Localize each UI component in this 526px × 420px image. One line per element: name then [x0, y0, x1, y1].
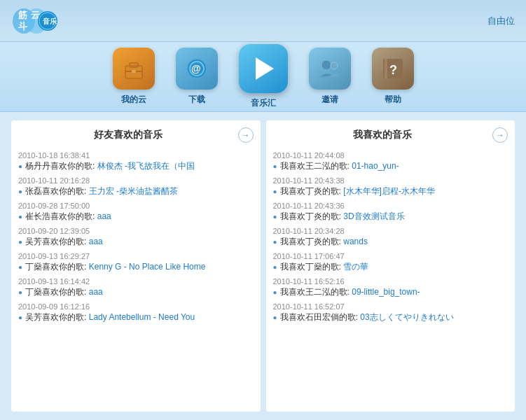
svg-text:筋: 筋	[18, 10, 27, 20]
feed-time: 2010-10-11 20:44:08	[273, 151, 508, 160]
logo-svg: 筋 斗 云 音乐	[11, 6, 123, 36]
nav-label-my-cloud: 我的云	[121, 94, 146, 106]
nav-label-invite: 邀请	[321, 94, 338, 106]
feed-link[interactable]: 09-little_big_town-	[352, 287, 420, 297]
list-item: 2010-10-11 16:52:16 我喜欢王二泓的歌: 09-little_…	[273, 277, 508, 298]
svg-text:?: ?	[389, 63, 397, 77]
feed-link[interactable]: aaa	[97, 211, 111, 221]
svg-point-16	[321, 60, 331, 70]
svg-text:@: @	[191, 63, 201, 74]
feed-time: 2010-10-11 20:16:28	[18, 176, 254, 185]
list-item: 2010-10-11 16:52:07 我喜欢石田宏倘的歌: 03志しくてやりき…	[273, 302, 508, 323]
feed-text: 吴芳喜欢你的歌: aaa	[18, 236, 254, 248]
invite-icon	[309, 48, 351, 90]
right-panel-arrow[interactable]: →	[492, 127, 508, 143]
feed-time: 2010-10-11 20:34:28	[273, 227, 508, 235]
list-item: 2010-09-13 16:29:27 丁燊喜欢你的歌: Kenny G - N…	[18, 252, 254, 273]
list-item: 2010-10-11 20:43:38 我喜欢丁炎的歌: [水木年华]启程-水木…	[273, 176, 508, 197]
feed-time: 2010-09-09 16:12:16	[18, 302, 254, 311]
left-panel: 好友喜欢的音乐 → 2010-10-18 16:38:41 杨丹丹喜欢你的歌: …	[11, 120, 261, 412]
left-panel-title: 好友喜欢的音乐	[18, 129, 238, 141]
sidebar-item-download[interactable]: @ 下载	[176, 48, 218, 106]
briefcase-icon	[113, 48, 155, 90]
feed-link[interactable]: aaa	[89, 237, 103, 246]
navbar: 我的云 @ 下载 音乐汇 邀请	[0, 42, 526, 112]
left-feed: 2010-10-18 16:38:41 杨丹丹喜欢你的歌: 林俊杰 -我飞故我在…	[18, 151, 254, 323]
play-triangle-icon	[256, 57, 274, 80]
feed-link[interactable]: [水木年华]启程-水木年华	[343, 186, 435, 196]
feed-text: 我喜欢王二泓的歌: 01-hao_yun-	[273, 160, 508, 172]
feed-link[interactable]: Lady Antebellum - Need You	[89, 312, 195, 322]
sidebar-item-help[interactable]: ? 帮助	[372, 48, 414, 106]
left-panel-header: 好友喜欢的音乐 →	[18, 127, 254, 146]
nav-label-download: 下载	[188, 94, 205, 106]
svg-rect-12	[132, 70, 136, 73]
right-feed: 2010-10-11 20:44:08 我喜欢王二泓的歌: 01-hao_yun…	[273, 151, 508, 323]
list-item: 2010-10-11 20:44:08 我喜欢王二泓的歌: 01-hao_yun…	[273, 151, 508, 172]
svg-point-17	[331, 62, 338, 69]
feed-link[interactable]: 王力宏 -柴米油盐酱醋茶	[89, 186, 178, 196]
feed-link[interactable]: 01-hao_yun-	[352, 161, 399, 171]
music-icon	[239, 44, 288, 93]
list-item: 2010-09-09 16:12:16 吴芳喜欢你的歌: Lady Antebe…	[18, 302, 254, 323]
logo: 筋 斗 云 音乐	[11, 6, 123, 36]
help-icon: ?	[372, 48, 414, 90]
list-item: 2010-10-18 16:38:41 杨丹丹喜欢你的歌: 林俊杰 -我飞故我在…	[18, 151, 254, 172]
list-item: 2010-10-11 20:34:28 我喜欢丁炎的歌: wands	[273, 227, 508, 248]
feed-link[interactable]: wands	[343, 237, 368, 246]
feed-link[interactable]: Kenny G - No Place Like Home	[89, 262, 206, 272]
feed-time: 2010-09-28 17:50:00	[18, 202, 254, 210]
list-item: 2010-10-11 17:06:47 我喜欢丁燊的歌: 雪の華	[273, 252, 508, 273]
svg-rect-19	[385, 59, 387, 78]
download-icon: @	[176, 48, 218, 90]
feed-time: 2010-09-13 16:29:27	[18, 252, 254, 260]
nav-label-help: 帮助	[385, 94, 401, 106]
feed-text: 崔长浩喜欢你的歌: aaa	[18, 211, 254, 223]
feed-text: 吴芳喜欢你的歌: Lady Antebellum - Need You	[18, 312, 254, 323]
list-item: 2010-09-13 16:14:42 丁燊喜欢你的歌: aaa	[18, 277, 254, 298]
svg-text:音乐: 音乐	[43, 18, 57, 25]
feed-text: 张磊喜欢你的歌: 王力宏 -柴米油盐酱醋茶	[18, 186, 254, 197]
feed-time: 2010-10-11 16:52:16	[273, 277, 508, 286]
sidebar-item-my-cloud[interactable]: 我的云	[113, 48, 155, 106]
feed-time: 2010-10-18 16:38:41	[18, 151, 254, 160]
svg-rect-10	[130, 63, 138, 67]
feed-time: 2010-09-20 12:39:05	[18, 227, 254, 235]
feed-link[interactable]: 林俊杰 -我飞故我在（中国	[97, 161, 195, 171]
main-content: 好友喜欢的音乐 → 2010-10-18 16:38:41 杨丹丹喜欢你的歌: …	[0, 112, 526, 420]
feed-text: 我喜欢丁炎的歌: wands	[273, 236, 508, 248]
feed-time: 2010-10-11 20:43:36	[273, 202, 508, 210]
feed-time: 2010-09-13 16:14:42	[18, 277, 254, 286]
list-item: 2010-10-11 20:43:36 我喜欢丁炎的歌: 3D音效测试音乐	[273, 202, 508, 223]
nav-label-music: 音乐汇	[251, 97, 276, 109]
feed-text: 我喜欢丁炎的歌: [水木年华]启程-水木年华	[273, 186, 508, 197]
feed-text: 我喜欢石田宏倘的歌: 03志しくてやりきれない	[273, 312, 508, 323]
header: 筋 斗 云 音乐 自由位	[0, 0, 526, 42]
feed-time: 2010-10-11 17:06:47	[273, 252, 508, 260]
feed-text: 我喜欢丁炎的歌: 3D音效测试音乐	[273, 211, 508, 223]
free-position-label[interactable]: 自由位	[487, 15, 515, 27]
sidebar-item-music[interactable]: 音乐汇	[239, 44, 288, 109]
right-panel: 我喜欢的音乐 → 2010-10-11 20:44:08 我喜欢王二泓的歌: 0…	[266, 120, 515, 412]
list-item: 2010-09-20 12:39:05 吴芳喜欢你的歌: aaa	[18, 227, 254, 248]
list-item: 2010-10-11 20:16:28 张磊喜欢你的歌: 王力宏 -柴米油盐酱醋…	[18, 176, 254, 197]
feed-text: 我喜欢王二泓的歌: 09-little_big_town-	[273, 286, 508, 298]
feed-link[interactable]: 3D音效测试音乐	[343, 211, 404, 221]
right-panel-header: 我喜欢的音乐 →	[273, 127, 508, 146]
right-panel-title: 我喜欢的音乐	[273, 129, 493, 141]
list-item: 2010-09-28 17:50:00 崔长浩喜欢你的歌: aaa	[18, 202, 254, 223]
feed-text: 我喜欢丁燊的歌: 雪の華	[273, 261, 508, 273]
sidebar-item-invite[interactable]: 邀请	[309, 48, 351, 106]
svg-text:斗: 斗	[18, 21, 28, 31]
feed-link[interactable]: 03志しくてやりきれない	[360, 312, 453, 322]
left-panel-arrow[interactable]: →	[238, 127, 254, 143]
feed-link[interactable]: aaa	[89, 287, 103, 297]
feed-text: 丁燊喜欢你的歌: aaa	[18, 286, 254, 298]
feed-text: 丁燊喜欢你的歌: Kenny G - No Place Like Home	[18, 261, 254, 273]
feed-time: 2010-10-11 20:43:38	[273, 176, 508, 185]
feed-time: 2010-10-11 16:52:07	[273, 302, 508, 311]
feed-link[interactable]: 雪の華	[343, 262, 368, 272]
feed-text: 杨丹丹喜欢你的歌: 林俊杰 -我飞故我在（中国	[18, 160, 254, 172]
